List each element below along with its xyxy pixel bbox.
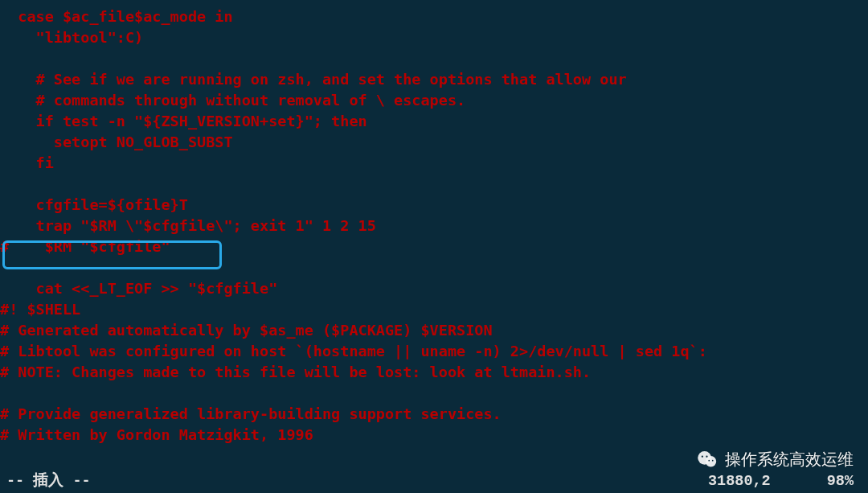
code-line: # Written by Gordon Matzigkit, 1996 xyxy=(0,425,868,446)
svg-point-4 xyxy=(708,460,710,462)
code-line xyxy=(0,257,868,278)
watermark: 操作系统高效运维 xyxy=(696,448,854,470)
svg-point-3 xyxy=(706,456,707,458)
vim-mode: -- 插入 -- xyxy=(0,471,708,492)
code-line: #! $SHELL xyxy=(0,299,868,320)
watermark-text: 操作系统高效运维 xyxy=(725,449,854,470)
code-line: trap "$RM \"$cfgfile\"; exit 1" 1 2 15 xyxy=(0,216,868,236)
vim-status-bar: -- 插入 -- 31880,2 98% xyxy=(0,470,868,493)
code-line: cfgfile=${ofile}T xyxy=(0,195,868,216)
code-line: # Libtool was configured on host `(hostn… xyxy=(0,341,868,362)
code-line: setopt NO_GLOB_SUBST xyxy=(0,132,868,153)
cursor-position: 31880,2 xyxy=(708,471,827,492)
code-line xyxy=(0,383,868,404)
code-line: "libtool":C) xyxy=(0,27,868,48)
code-line: fi xyxy=(0,153,868,174)
svg-point-1 xyxy=(706,456,716,466)
code-line: # Provide generalized library-building s… xyxy=(0,404,868,425)
code-line: # commands through without removal of \ … xyxy=(0,90,868,111)
code-line xyxy=(0,174,868,195)
svg-point-5 xyxy=(712,460,714,462)
terminal-editor[interactable]: case $ac_file$ac_mode in "libtool":C) # … xyxy=(0,0,868,493)
code-line: # Generated automatically by $as_me ($PA… xyxy=(0,320,868,341)
code-line: cat <<_LT_EOF >> "$cfgfile" xyxy=(0,278,868,299)
svg-point-2 xyxy=(702,456,703,458)
code-line: case $ac_file$ac_mode in xyxy=(0,6,868,27)
code-line: # See if we are running on zsh, and set … xyxy=(0,69,868,90)
scroll-percent: 98% xyxy=(827,471,868,492)
code-line: # $RM "$cfgfile" xyxy=(0,236,868,257)
wechat-icon xyxy=(696,448,719,470)
code-line: # NOTE: Changes made to this file will b… xyxy=(0,362,868,383)
code-line xyxy=(0,48,868,69)
code-line: if test -n "${ZSH_VERSION+set}"; then xyxy=(0,111,868,132)
